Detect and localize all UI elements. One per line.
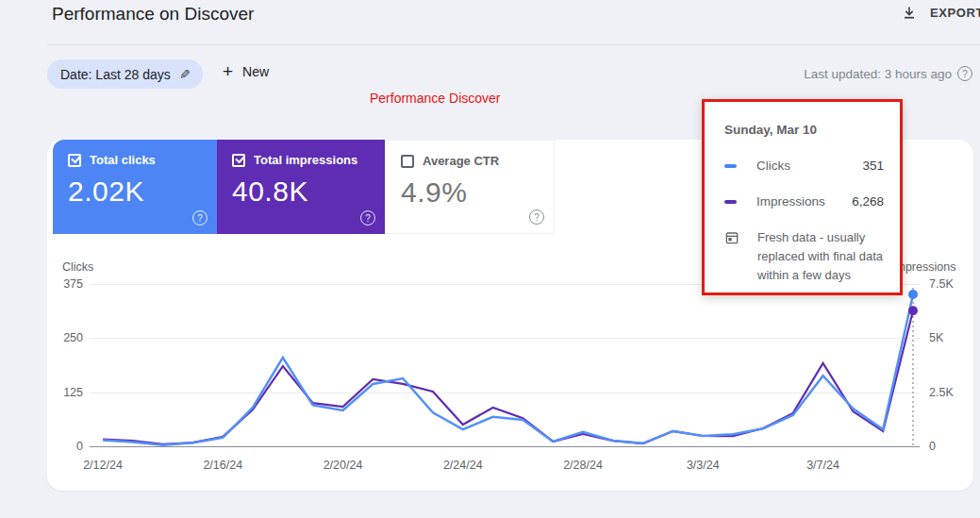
download-icon [902,5,917,21]
tooltip-row-clicks: Clicks 351 [724,159,884,173]
export-button[interactable]: EXPORT [902,5,980,21]
date-chip-label: Date: Last 28 days [60,67,171,82]
new-filter-label: New [242,64,269,79]
plus-icon: + [223,62,233,80]
fresh-data-text: Fresh data - usually replaced with final… [757,228,884,285]
metric-value: 40.8K [232,175,370,208]
new-filter-button[interactable]: + New [223,62,269,80]
help-icon-impressions[interactable]: ? [360,210,375,226]
help-icon-ctr[interactable]: ? [529,209,544,225]
tooltip-fresh-data-note: Fresh data - usually replaced with final… [724,228,884,285]
tooltip-impressions-label: Impressions [756,194,852,209]
header-divider [47,44,980,45]
export-label: EXPORT [930,6,980,20]
tooltip-row-impressions: Impressions 6,268 [724,194,884,209]
metric-card-total-clicks[interactable]: Total clicks 2.02K ? [53,140,217,234]
metric-value: 2.02K [68,175,202,208]
date-filter-chip[interactable]: Date: Last 28 days ✎ [47,59,203,89]
last-updated-help-icon[interactable]: ? [957,66,972,81]
metric-label: Total clicks [90,153,156,167]
metric-card-total-impressions[interactable]: Total impressions 40.8K ? [217,140,385,234]
calendar-icon [724,230,739,285]
performance-discover-page: Performance on Discover EXPORT Date: Las… [0,0,980,518]
chart-tooltip: Sunday, Mar 10 Clicks 351 Impressions 6,… [702,99,903,295]
checkbox-total-impressions[interactable] [232,154,245,167]
last-updated: Last updated: 3 hours ago ? [804,66,963,81]
clicks-legend-dash [724,164,737,168]
metric-card-average-ctr[interactable]: Average CTR 4.9% ? [385,140,555,234]
tooltip-date: Sunday, Mar 10 [724,123,884,137]
page-title: Performance on Discover [52,4,254,25]
edit-pencil-icon: ✎ [179,67,191,82]
tooltip-clicks-label: Clicks [756,159,862,173]
metric-label: Total impressions [254,153,357,167]
last-updated-text: Last updated: 3 hours ago [804,67,952,81]
checkbox-average-ctr[interactable] [401,155,414,168]
checkbox-total-clicks[interactable] [68,154,81,167]
metric-label: Average CTR [423,154,499,168]
tooltip-impressions-value: 6,268 [852,194,884,209]
help-icon-clicks[interactable]: ? [192,210,208,226]
left-axis-title: Clicks [62,260,93,274]
impressions-legend-dash [724,200,737,204]
metric-value: 4.9% [401,176,539,209]
annotation-red-label: Performance Discover [370,91,501,106]
tooltip-clicks-value: 351 [862,159,884,173]
